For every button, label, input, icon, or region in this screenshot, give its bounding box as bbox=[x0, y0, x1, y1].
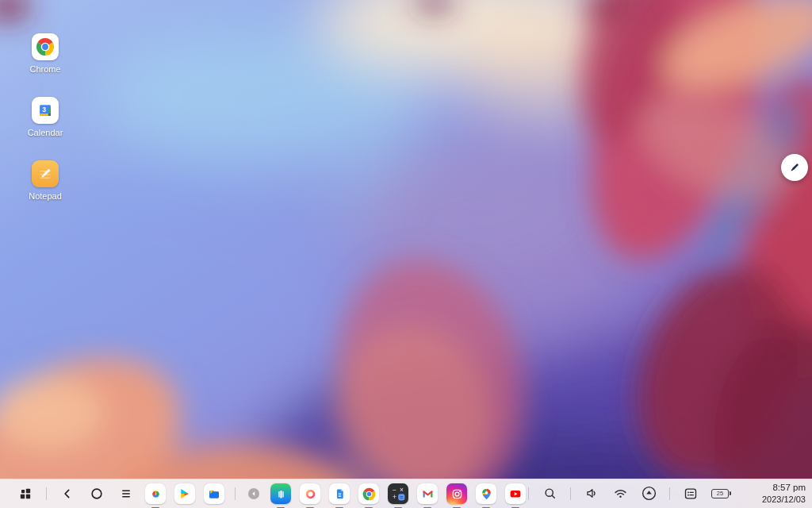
taskbar-app-google-maps[interactable] bbox=[476, 483, 496, 504]
taskbar-app-calculator[interactable]: − × + = bbox=[388, 483, 408, 504]
taskbar-app-google-photos[interactable] bbox=[145, 483, 166, 504]
calendar-icon: 3 bbox=[32, 97, 59, 124]
search-icon bbox=[542, 486, 557, 501]
collapse-taskbar-button[interactable] bbox=[248, 488, 259, 499]
svg-text:+: + bbox=[393, 493, 396, 501]
clock-time: 8:57 pm bbox=[749, 482, 806, 494]
taskbar-app-youtube[interactable] bbox=[505, 483, 526, 504]
desktop-icon-label: Chrome bbox=[29, 64, 60, 74]
play-store-icon bbox=[174, 483, 195, 504]
chrome-icon bbox=[358, 483, 379, 504]
gmail-icon bbox=[417, 483, 438, 504]
google-docs-icon bbox=[329, 483, 350, 504]
desktop-icon-column: Chrome 3 Calendar bbox=[25, 33, 66, 224]
back-icon bbox=[59, 486, 75, 502]
clock[interactable]: 8:57 pm 2023/12/03 bbox=[749, 482, 806, 505]
taskbar-app-recorder[interactable] bbox=[300, 483, 320, 504]
task-list-button[interactable] bbox=[681, 484, 700, 503]
notepad-icon bbox=[32, 160, 59, 187]
search-button[interactable] bbox=[540, 484, 559, 503]
taskbar-app-files[interactable] bbox=[204, 483, 224, 504]
eject-up-icon bbox=[641, 485, 657, 502]
desktop-icon-label: Notepad bbox=[29, 191, 62, 201]
recorder-app-icon bbox=[300, 483, 320, 504]
volume-button[interactable] bbox=[582, 484, 601, 503]
battery-percent: 25 bbox=[717, 491, 723, 497]
taskbar-app-chrome[interactable] bbox=[358, 483, 379, 504]
pen-icon bbox=[787, 160, 802, 175]
svg-text:×: × bbox=[400, 486, 404, 494]
home-button[interactable] bbox=[86, 483, 107, 504]
calculator-icon: − × + = bbox=[388, 483, 408, 504]
taskbar-divider bbox=[46, 487, 47, 500]
chevron-left-icon bbox=[251, 491, 257, 497]
taskbar-divider bbox=[235, 487, 236, 500]
task-list-icon bbox=[683, 486, 699, 502]
battery-icon: 25 bbox=[711, 489, 729, 498]
taskbar-divider bbox=[669, 487, 670, 500]
taskbar-app-google-docs[interactable] bbox=[329, 483, 350, 504]
instagram-icon bbox=[446, 483, 467, 504]
desktop-icon-calendar[interactable]: 3 Calendar bbox=[25, 97, 66, 141]
taskbar-app-gmail[interactable] bbox=[417, 483, 438, 504]
battery-nub bbox=[730, 491, 731, 495]
stylus-edit-button[interactable] bbox=[781, 154, 808, 181]
recents-icon bbox=[118, 486, 134, 502]
volume-icon bbox=[584, 486, 599, 501]
desktop-icon-label: Calendar bbox=[28, 128, 63, 137]
chrome-icon bbox=[32, 33, 59, 60]
app-drawer-button[interactable] bbox=[15, 483, 36, 504]
eject-up-button[interactable] bbox=[639, 484, 658, 503]
battery-indicator[interactable]: 25 bbox=[711, 489, 731, 498]
youtube-icon bbox=[505, 483, 526, 504]
clock-date: 2023/12/03 bbox=[749, 494, 806, 505]
taskbar-divider bbox=[570, 487, 571, 500]
recents-button[interactable] bbox=[116, 483, 136, 504]
wifi-button[interactable] bbox=[611, 484, 630, 503]
desktop-icon-chrome[interactable]: Chrome bbox=[25, 33, 66, 78]
files-icon bbox=[204, 483, 224, 504]
back-button[interactable] bbox=[57, 483, 78, 504]
wallpaper bbox=[0, 0, 812, 508]
tablet-home-screen: Chrome 3 Calendar bbox=[0, 0, 812, 508]
taskbar: − × + = bbox=[0, 479, 812, 508]
taskbar-app-instagram[interactable] bbox=[446, 483, 467, 504]
desktop-icon-notepad[interactable]: Notepad bbox=[25, 160, 66, 205]
wifi-icon bbox=[613, 486, 628, 501]
app-grid-icon bbox=[17, 486, 33, 502]
svg-text:3: 3 bbox=[42, 106, 46, 114]
taskbar-app-book[interactable] bbox=[270, 483, 291, 504]
google-photos-icon bbox=[145, 483, 166, 504]
google-maps-icon bbox=[476, 483, 496, 504]
svg-text:=: = bbox=[400, 494, 404, 501]
home-icon bbox=[89, 486, 105, 502]
book-app-icon bbox=[270, 483, 291, 504]
taskbar-divider bbox=[528, 487, 529, 500]
taskbar-app-play-store[interactable] bbox=[174, 483, 195, 504]
